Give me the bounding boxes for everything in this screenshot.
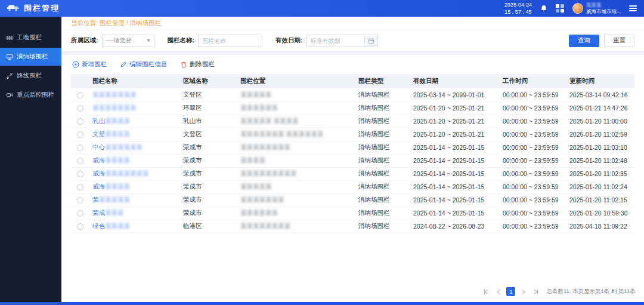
- fence-location-cell: 某某某某: [237, 154, 355, 167]
- fence-name-link[interactable]: 绿色某某某某: [92, 222, 130, 229]
- sidebar-item-label: 重点监控围栏: [17, 91, 54, 99]
- row-select-radio[interactable]: [77, 158, 83, 164]
- region-cell: 荣成市: [179, 207, 237, 220]
- row-select-radio[interactable]: [77, 171, 83, 177]
- table-row: 威海某某某某某某某荣成市某某某某某某某某某消纳场围栏2025-01-14 ~ 2…: [71, 167, 634, 180]
- fence-location-cell: 某某某某某某: [237, 101, 355, 115]
- fence-name-cell: 中心某某某某某某: [89, 141, 179, 154]
- table-row: 威海某某某某荣成市某某某某某消纳场围栏2025-01-14 ~ 2025-01-…: [71, 180, 634, 193]
- add-fence-button[interactable]: 新增围栏: [72, 60, 107, 69]
- region-select[interactable]: ----请选择: [102, 35, 154, 47]
- row-select-radio[interactable]: [77, 144, 83, 151]
- fence-name-link[interactable]: 荣某某某某某: [92, 196, 130, 203]
- row-select-cell: [71, 128, 89, 141]
- last-page-button[interactable]: [531, 287, 540, 296]
- fence-name-cell: 威海某某某某某某某: [89, 167, 179, 180]
- region-filter-label: 所属区域:: [71, 36, 98, 45]
- fence-type-cell: 消纳场围栏: [355, 115, 410, 128]
- row-select-radio[interactable]: [77, 118, 83, 125]
- pagination-bar: 1 总条数11, 本页显示第1条 到 第11条: [61, 282, 644, 302]
- update-time-cell: 2025-01-20 11:02:24: [566, 180, 634, 193]
- row-select-radio[interactable]: [77, 197, 83, 204]
- valid-date-cell: 2025-03-14 ~ 2099-01-01: [410, 88, 499, 101]
- sidebar-item-disposal-fence[interactable]: 消纳场围栏: [0, 48, 61, 66]
- update-time-cell: 2025-01-20 11:00:00: [566, 115, 634, 128]
- fence-type-cell: 消纳场围栏: [355, 154, 410, 167]
- top-header-bar: 围栏管理 2025-04-24 15 : 57 : 45 某某某 威海市城市: [0, 0, 644, 17]
- plus-circle-icon: [72, 61, 79, 68]
- current-page-button[interactable]: 1: [506, 287, 515, 296]
- valid-date-cell: 2025-01-14 ~ 2025-01-15: [410, 180, 499, 193]
- chevron-down-icon: [147, 39, 150, 42]
- valid-date-cell: 2025-01-14 ~ 2025-01-15: [410, 141, 499, 154]
- row-select-radio[interactable]: [77, 105, 83, 112]
- route-fence-icon: [6, 72, 13, 79]
- work-time-cell: 00:00:00 ~ 23:59:59: [499, 101, 566, 115]
- delete-fence-button[interactable]: 删除围栏: [180, 60, 215, 69]
- user-profile[interactable]: 某某某 威海市城市综...: [572, 2, 621, 15]
- fence-name-link[interactable]: 威海某某某某某某某: [92, 170, 149, 177]
- column-header-name: 围栏名称: [89, 74, 179, 88]
- app-window: 围栏管理 2025-04-24 15 : 57 : 45 某某某 威海市城市: [0, 0, 644, 305]
- row-select-cell: [71, 180, 89, 193]
- prev-page-button[interactable]: [494, 287, 503, 296]
- first-page-button[interactable]: [481, 287, 490, 296]
- table-row: 乳山某某某某乳山市某某某某某 某某某某消纳场围栏2025-01-20 ~ 202…: [71, 115, 634, 128]
- datetime-display: 2025-04-24 15 : 57 : 45: [504, 1, 532, 16]
- row-select-radio[interactable]: [77, 184, 83, 190]
- fence-location-cell: 某某某某某某某某某: [237, 167, 355, 180]
- valid-date-input[interactable]: [307, 35, 364, 47]
- fence-name-link[interactable]: 荣成某某某: [92, 209, 124, 216]
- user-info: 某某某 威海市城市综...: [586, 2, 621, 15]
- fence-type-cell: 消纳场围栏: [355, 101, 410, 115]
- next-page-button[interactable]: [519, 287, 528, 296]
- region-cell: 荣成市: [179, 193, 237, 207]
- row-select-radio[interactable]: [77, 223, 83, 230]
- table-row: 荣某某某某某荣成市某某某某某某某消纳场围栏2025-01-14 ~ 2025-0…: [71, 193, 634, 207]
- table-row: 威海某某某某荣成市某某某某消纳场围栏2025-01-14 ~ 2025-01-1…: [71, 154, 634, 167]
- sidebar-item-key-monitor-fence[interactable]: 重点监控围栏: [0, 86, 61, 104]
- search-button[interactable]: 查询: [569, 35, 599, 47]
- fence-name-link[interactable]: 某某某某某某某: [92, 104, 137, 111]
- reset-button[interactable]: 重置: [604, 35, 634, 47]
- update-time-cell: 2025-03-14 09:42:16: [566, 88, 634, 101]
- table-row: 中心某某某某某某荣成市某某某某某某某某消纳场围栏2025-01-14 ~ 202…: [71, 141, 634, 154]
- fence-name-link[interactable]: 威海某某某某: [92, 156, 130, 164]
- region-cell: 文登区: [179, 88, 237, 101]
- main-content: 当前位置: 围栏管理 / 消纳场围栏 所属区域: ----请选择 围栏名称:: [61, 17, 644, 302]
- valid-date-cell: 2025-01-14 ~ 2025-01-15: [410, 207, 499, 220]
- calendar-icon[interactable]: [364, 35, 377, 47]
- edit-fence-button[interactable]: 编辑围栏信息: [120, 60, 167, 69]
- fence-name-link[interactable]: 某某某某某某某: [92, 91, 137, 98]
- fence-name-link[interactable]: 乳山某某某某: [92, 117, 130, 124]
- row-select-radio[interactable]: [77, 131, 83, 138]
- sidebar-item-site-fence[interactable]: 工地围栏: [0, 29, 61, 47]
- column-header-work-time: 工作时间: [499, 74, 566, 88]
- work-time-cell: 00:00:00 ~ 23:59:59: [499, 154, 566, 167]
- row-select-cell: [71, 154, 89, 167]
- sidebar-item-label: 路线围栏: [17, 72, 42, 80]
- notification-bell-icon[interactable]: [540, 5, 547, 13]
- sidebar-item-route-fence[interactable]: 路线围栏: [0, 67, 61, 85]
- breadcrumb: 当前位置: 围栏管理 / 消纳场围栏: [61, 17, 644, 30]
- region-cell: 荣成市: [179, 180, 237, 193]
- fence-name-cell: 威海某某某某: [89, 180, 179, 193]
- fence-name-link[interactable]: 威海某某某某: [92, 183, 130, 190]
- table-row: 绿色某某某某临港区某某某某某某某某消纳场围栏2024-08-22 ~ 2026-…: [71, 220, 634, 233]
- monitor-fence-icon: [6, 91, 13, 98]
- fence-name-link[interactable]: 中心某某某某某某: [92, 143, 143, 150]
- work-time-cell: 00:00:00 ~ 23:59:59: [499, 167, 566, 180]
- fence-name-input[interactable]: [198, 35, 262, 47]
- user-avatar[interactable]: [572, 3, 583, 14]
- row-select-radio[interactable]: [77, 92, 83, 98]
- menu-hamburger-icon[interactable]: [629, 5, 637, 11]
- fence-type-cell: 消纳场围栏: [355, 88, 410, 101]
- valid-date-cell: 2025-01-14 ~ 2025-01-15: [410, 167, 499, 180]
- app-logo: 围栏管理: [6, 3, 60, 14]
- update-time-cell: 2025-01-20 10:59:30: [566, 207, 634, 220]
- apps-grid-icon[interactable]: [556, 4, 564, 13]
- valid-date-cell: 2025-01-20 ~ 2025-01-21: [410, 128, 499, 141]
- fence-name-link[interactable]: 文登某某某某: [92, 130, 130, 137]
- fence-name-cell: 某某某某某某某: [89, 88, 179, 101]
- row-select-radio[interactable]: [77, 210, 83, 217]
